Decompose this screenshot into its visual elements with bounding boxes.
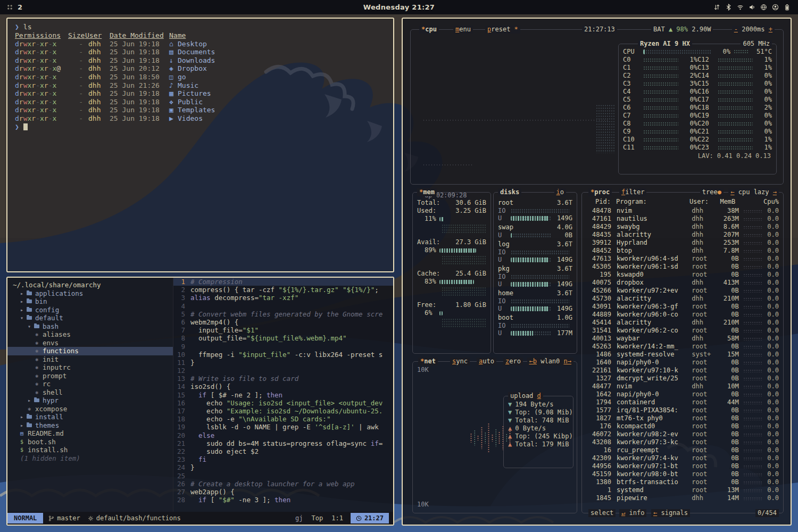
process-cpu: 0.0 [767, 327, 779, 335]
filter-button[interactable]: filter [619, 188, 646, 196]
process-row[interactable]: 1827mt76-tx phy0root0B0.0 [586, 414, 779, 422]
tree-item-xcompose[interactable]: ✱xcompose [7, 405, 173, 413]
tree-item-init[interactable]: ✱init [7, 355, 173, 364]
tree-toggle-button[interactable]: tree● [700, 188, 724, 196]
process-row[interactable]: 1577irq/81-PIXA3854:root0B0.0 [586, 406, 779, 414]
tree-item-applications[interactable]: ▸applications [7, 289, 173, 298]
menu-button[interactable]: menu [453, 26, 473, 34]
process-row[interactable]: 45305kworker/u96:1-sdroot0B0.0 [586, 263, 779, 271]
terminal-window[interactable]: ❯ ls PermissionsSizeUserDate ModifiedNam… [6, 18, 394, 272]
process-row[interactable]: 48477nvimdhh10M0.0 [586, 383, 779, 390]
process-row[interactable]: 1642napi/phy0-0root0B0.0 [586, 390, 779, 398]
tree-item-envs[interactable]: ✱envs [7, 339, 173, 347]
process-row[interactable]: 16rcu_preemptroot0B0.0 [586, 446, 779, 454]
process-row[interactable]: 45263kworker/14:2-mm_root0B0.0 [586, 343, 779, 351]
account-icon[interactable] [772, 4, 779, 11]
process-row[interactable]: 48435alacrittydhh207M0.0 [586, 231, 779, 239]
process-row[interactable]: 31541kworker/u96:2-coroot0B0.0 [586, 327, 779, 335]
process-row[interactable]: 45266kworker/u97:2+evroot0B0.0 [586, 287, 779, 295]
tree-item-hypr[interactable]: ▸hypr [7, 396, 173, 405]
system-monitor-window[interactable]: *cpu menu preset * 21:27:13 BAT ▲ 98% 2.… [402, 18, 792, 526]
process-row[interactable]: 22161kworker/u97:10-kroot0B0.0 [586, 367, 779, 375]
tree-item-prompt[interactable]: ✱prompt [7, 372, 173, 380]
net-sync-button[interactable]: sync [450, 358, 470, 365]
code-editor[interactable]: 1# Compression2compress() { tar -czf "${… [173, 278, 393, 512]
process-row[interactable]: 1794containerdroot44M0.0 [586, 398, 779, 406]
process-name: kworker/u96:3-gf [617, 303, 692, 311]
process-row[interactable]: 1486systemd-resolvesyst+15M0.0 [586, 351, 779, 359]
process-row[interactable]: 43208kworker/u97:3-kcroot0B0.0 [586, 438, 779, 446]
process-row[interactable]: 44956kworker/u97:1-btroot0B0.0 [586, 462, 779, 470]
update-interval-control[interactable]: - 2000ms + [732, 26, 775, 34]
code-line: 28 if [ "$#" -ne 3 ]; then [173, 496, 393, 504]
code-token: compress() { tar -czf [190, 286, 279, 294]
signals-button[interactable]: ← signals [651, 509, 690, 517]
shell-file-icon: $ [20, 446, 28, 454]
process-row[interactable]: 1380btrfs-transactioroot0B0.0 [586, 478, 779, 486]
line-number: 24 [173, 463, 190, 471]
process-row[interactable]: 43091kworker/u96:3-gfroot0B0.0 [586, 303, 779, 311]
network-icon[interactable] [760, 4, 767, 11]
wifi-icon[interactable] [737, 4, 744, 11]
tree-item-rc[interactable]: ✱rc [7, 380, 173, 388]
core-label: C23 [697, 144, 714, 152]
tree-item--1-hidden-item-[interactable]: (1 hidden item) [7, 454, 173, 463]
tree-item-shell[interactable]: ✱shell [7, 388, 173, 397]
chevron-icon: ▸ [20, 297, 27, 306]
process-row[interactable]: 48429swaybgdhh8.6M0.0 [586, 223, 779, 231]
net-zero-button[interactable]: zero [503, 358, 523, 365]
process-row[interactable]: 45159kworker/u98:0-btroot0B0.0 [586, 470, 779, 478]
process-row[interactable]: 46072kworker/u98:2-evroot0B0.0 [586, 430, 779, 438]
net-auto-button[interactable]: auto [477, 358, 496, 365]
select-button[interactable]: select [588, 509, 616, 517]
process-row[interactable]: 1640napi/phy0-0root0B0.0 [586, 359, 779, 367]
tree-item-aliases[interactable]: ✱aliases [7, 330, 173, 339]
updown-arrows-icon[interactable] [713, 4, 720, 11]
tree-item-inputrc[interactable]: ✱inputrc [7, 363, 173, 372]
process-row[interactable]: 40075dropboxdhh413M0.0 [586, 279, 779, 287]
process-row[interactable]: 47613kworker/u96:4-sdroot0B0.0 [586, 255, 779, 263]
disk-name: boot [498, 314, 513, 322]
sort-selector[interactable]: ← cpu lazy → [728, 188, 779, 196]
tree-item-functions[interactable]: ✱functions [7, 347, 173, 355]
preset-button[interactable]: preset * [485, 26, 520, 34]
process-row[interactable]: 40013waybardhh58M0.0 [586, 335, 779, 343]
cpu-core-c15: C150% [697, 80, 772, 88]
process-row[interactable]: 1systemdroot13M0.0 [586, 486, 779, 494]
battery-icon[interactable] [784, 4, 791, 11]
tree-item-config[interactable]: ▸config [7, 306, 173, 314]
process-row[interactable]: 48452btopdhh7.8M0.0 [586, 247, 779, 255]
tree-item-install-sh[interactable]: $install.sh [7, 446, 173, 454]
tree-item-bin[interactable]: ▸bin [7, 297, 173, 306]
process-row[interactable]: 195kswapd0root0B0.0 [586, 271, 779, 279]
volume-icon[interactable] [749, 4, 755, 11]
editor-window[interactable]: ~/.local/share/omarchy ▸applications▸bin… [6, 277, 394, 526]
download-stat: ▼Total: 748 MiB [508, 417, 569, 425]
tree-item-themes[interactable]: ▸themes [7, 421, 173, 430]
tree-item-install[interactable]: ▸install [7, 413, 173, 421]
process-row[interactable]: 1845pipewiredhh14M0.0 [586, 494, 779, 502]
shell-prompt-line[interactable]: ❯ [15, 123, 386, 131]
mem-stat-row: Avail:27.3 GiB [417, 238, 486, 246]
info-button[interactable]: ↵ info [619, 509, 646, 517]
process-row[interactable]: 44889kworker/u96:0-coroot0B0.0 [586, 311, 779, 319]
process-row[interactable]: 48478nvimdhh38M0.0 [586, 207, 779, 215]
bluetooth-icon[interactable] [725, 4, 732, 11]
process-row[interactable]: 176kcompactd0root0B0.0 [586, 422, 779, 430]
io-mode-button[interactable]: io [554, 188, 566, 196]
process-row[interactable]: 42309kworker/u97:4-kvroot0B0.0 [586, 454, 779, 462]
workspace-number[interactable]: 2 [18, 3, 22, 11]
workspace-indicator[interactable]: 2 [0, 3, 117, 11]
process-row[interactable]: 1327dmcrypt_write/25root0B0.0 [586, 375, 779, 383]
tree-item-readme-md[interactable]: ▤README.md [7, 429, 173, 438]
net-interface-selector[interactable]: ←b wlan0 n→ [527, 358, 574, 365]
tree-item-default[interactable]: ▾default [7, 314, 173, 322]
process-row[interactable]: 47161nautilusdhh263M0.0 [586, 215, 779, 223]
tree-item-bash[interactable]: ▾bash [7, 322, 173, 331]
code-token: | awk [355, 423, 379, 431]
tree-item-boot-sh[interactable]: $boot.sh [7, 438, 173, 446]
mem-percent-row: 89% [417, 246, 486, 254]
process-row[interactable]: 45730alacrittydhh210M0.0 [586, 295, 779, 303]
process-row[interactable]: 45414alacrittydhh210M0.0 [586, 319, 779, 327]
process-row[interactable]: 39912Hyprlanddhh253M0.0 [586, 239, 779, 247]
